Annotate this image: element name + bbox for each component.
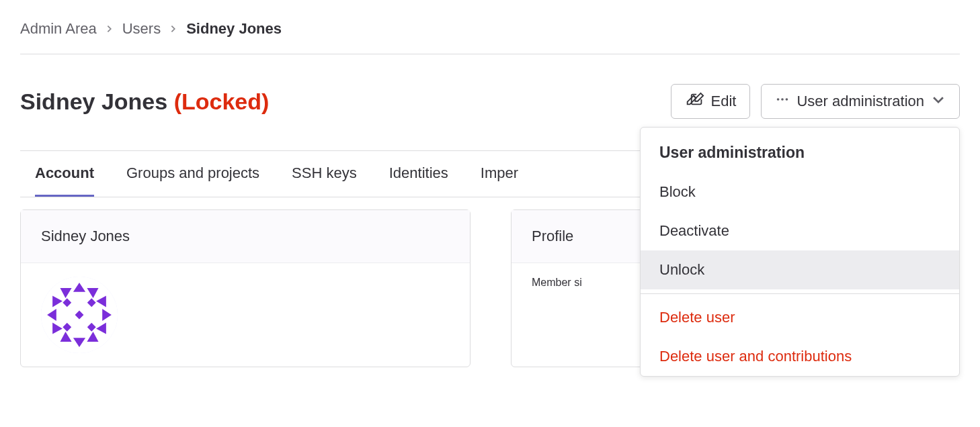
dropdown-item-block[interactable]: Block <box>641 173 959 211</box>
dropdown-header: User administration <box>641 128 959 173</box>
dropdown-separator <box>641 293 959 294</box>
edit-button[interactable]: Edit <box>671 84 750 119</box>
tab-identities[interactable]: Identities <box>389 151 448 197</box>
pencil-icon <box>685 92 704 111</box>
breadcrumb: Admin Area Users Sidney Jones <box>20 20 960 54</box>
breadcrumb-users[interactable]: Users <box>122 20 161 38</box>
user-card-body <box>21 263 470 367</box>
tab-impersonation[interactable]: Imper <box>481 151 518 197</box>
user-administration-button-label: User administration <box>797 93 924 110</box>
page-header: Sidney Jones (Locked) Edit User administ… <box>20 54 960 150</box>
dropdown-item-unlock[interactable]: Unlock <box>641 250 959 289</box>
svg-point-2 <box>782 98 784 101</box>
header-actions: Edit User administration User administra… <box>671 84 960 119</box>
user-administration-button[interactable]: User administration <box>761 84 960 119</box>
page-title: Sidney Jones (Locked) <box>20 89 269 115</box>
dropdown-item-delete-user[interactable]: Delete user <box>641 298 959 337</box>
tab-account[interactable]: Account <box>35 151 94 197</box>
dropdown-item-deactivate[interactable]: Deactivate <box>641 211 959 250</box>
avatar <box>41 277 118 353</box>
breadcrumb-current: Sidney Jones <box>186 20 282 38</box>
user-name: Sidney Jones <box>20 89 167 114</box>
user-card-header: Sidney Jones <box>21 210 470 263</box>
dropdown-item-delete-user-contributions[interactable]: Delete user and contributions <box>641 337 959 376</box>
tab-ssh-keys[interactable]: SSH keys <box>292 151 357 197</box>
chevron-down-icon <box>931 92 946 111</box>
edit-button-label: Edit <box>711 93 737 110</box>
user-card: Sidney Jones <box>20 209 471 367</box>
ellipsis-icon <box>775 92 790 111</box>
svg-point-1 <box>777 98 780 101</box>
chevron-right-icon <box>105 20 114 38</box>
tab-groups-projects[interactable]: Groups and projects <box>126 151 259 197</box>
locked-badge: (Locked) <box>174 89 270 114</box>
user-administration-dropdown: User administration Block Deactivate Unl… <box>640 127 960 377</box>
svg-point-3 <box>786 98 788 101</box>
breadcrumb-admin-area[interactable]: Admin Area <box>20 20 97 38</box>
chevron-right-icon <box>169 20 178 38</box>
